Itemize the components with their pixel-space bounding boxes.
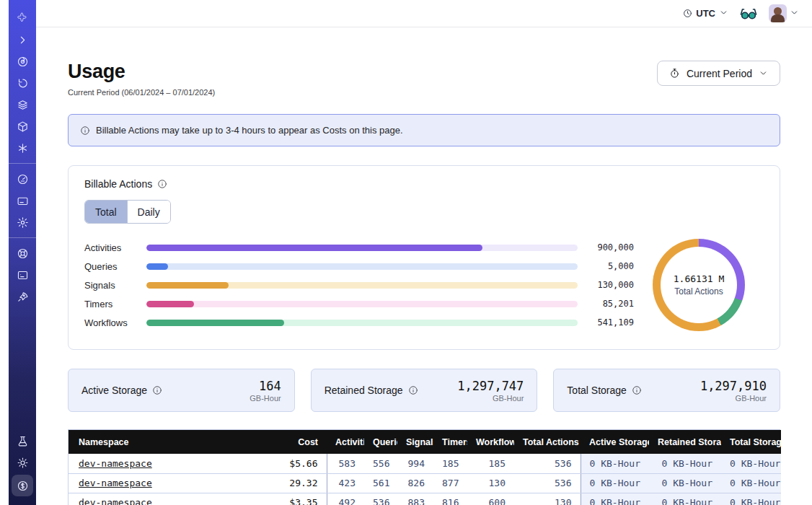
info-icon[interactable]: [157, 179, 167, 189]
tab-daily[interactable]: Daily: [127, 201, 170, 223]
pricing-coin-icon[interactable]: [12, 475, 33, 496]
col-cost: Cost: [242, 430, 327, 454]
main-content: Usage Current Period (06/01/2024 – 07/01…: [36, 27, 812, 505]
bar-fill: [146, 245, 482, 251]
temporal-logo[interactable]: [13, 9, 32, 27]
billable-actions-chart: Activities 900,000 Queries 5,000 Signals…: [84, 238, 764, 332]
billable-actions-title: Billable Actions: [84, 178, 152, 190]
cube-icon[interactable]: [13, 117, 32, 136]
storage-card-unit: GB-Hour: [457, 394, 524, 403]
billing-card-icon[interactable]: [13, 191, 32, 210]
total-actions-label: Total Actions: [674, 286, 723, 297]
bar-row-timers: Timers 85,201: [84, 294, 634, 313]
bar-fill: [146, 301, 194, 307]
retained-storage-cell: 0 KB-Hour: [649, 454, 721, 473]
timezone-selector[interactable]: UTC: [683, 8, 728, 19]
col-queries: Queries: [364, 430, 397, 454]
history-icon[interactable]: [13, 74, 32, 92]
active-storage-card: Active Storage 164 GB-Hour: [68, 369, 295, 412]
retained-storage-cell: 0 KB-Hour: [649, 473, 721, 493]
col-signals: Signals: [397, 430, 433, 454]
namespace-usage-table: Namespace Cost Activities Queries Signal…: [68, 429, 780, 505]
labs-flask-icon[interactable]: [13, 431, 32, 450]
period-selector-button[interactable]: Current Period: [657, 61, 780, 86]
namespace-link[interactable]: dev-namespace: [79, 458, 152, 469]
storage-card-value: 1,297,747: [457, 379, 524, 393]
total-storage-cell: 0 KB-Hour: [721, 493, 781, 505]
bar-row-activities: Activities 900,000: [84, 238, 634, 257]
info-icon[interactable]: [152, 385, 162, 395]
col-workflows: Workflows: [467, 430, 514, 454]
namespaces-eye-icon[interactable]: [13, 52, 32, 71]
table-header-row: Namespace Cost Activities Queries Signal…: [69, 430, 781, 454]
stopwatch-icon: [669, 68, 680, 79]
table-row: dev-namespace $3.35 492 536 883 816 600 …: [69, 493, 781, 505]
storage-summary-row: Active Storage 164 GB-Hour Retained Stor…: [68, 369, 780, 412]
bar-value: 85,201: [588, 299, 634, 309]
bar-value: 900,000: [588, 242, 634, 252]
total-storage-card: Total Storage 1,297,910 GB-Hour: [553, 369, 780, 412]
bar-track: [146, 282, 578, 289]
avatar: [769, 4, 787, 22]
col-retained-storage: Retained Storage: [649, 430, 721, 454]
feedback-screen-icon[interactable]: [13, 265, 32, 284]
namespace-link[interactable]: dev-namespace: [79, 497, 152, 505]
sidebar: [9, 0, 36, 505]
info-banner-text: Billable Actions may take up to 3-4 hour…: [96, 125, 403, 136]
total-storage-cell: 0 KB-Hour: [721, 473, 781, 493]
tab-total[interactable]: Total: [85, 201, 127, 223]
timers-cell: 185: [433, 454, 467, 473]
chevron-down-icon: [759, 69, 768, 78]
getting-started-rocket-icon[interactable]: [13, 287, 32, 306]
storage-card-value: 1,297,910: [700, 379, 767, 393]
storage-card-label: Total Storage: [567, 385, 627, 396]
chevron-right-icon[interactable]: [13, 30, 32, 49]
bar-label: Signals: [84, 280, 146, 291]
total-actions-value: 1.66131 M: [674, 273, 724, 284]
retained-storage-card: Retained Storage 1,297,747 GB-Hour: [311, 369, 538, 412]
info-icon[interactable]: [408, 385, 418, 395]
bar-value: 130,000: [588, 280, 634, 290]
usage-gauge-icon[interactable]: [13, 170, 32, 188]
col-namespace: Namespace: [69, 430, 242, 454]
chevron-down-icon: [719, 8, 728, 19]
bar-fill: [146, 282, 229, 289]
bar-value: 5,000: [588, 261, 634, 271]
glasses-icon[interactable]: [740, 7, 757, 20]
storage-card-value: 164: [250, 379, 281, 393]
total-storage-cell: 0 KB-Hour: [721, 454, 781, 473]
bar-fill: [146, 320, 284, 326]
support-lifebuoy-icon[interactable]: [13, 244, 32, 263]
storage-card-unit: GB-Hour: [250, 394, 281, 403]
timezone-label: UTC: [696, 8, 715, 19]
bar-track: [146, 245, 578, 251]
storage-card-label: Retained Storage: [325, 385, 403, 396]
namespace-link[interactable]: dev-namespace: [79, 478, 152, 488]
col-activities: Activities: [327, 430, 364, 454]
storage-card-unit: GB-Hour: [700, 394, 767, 403]
bar-track: [146, 263, 578, 270]
workflows-cell: 185: [467, 454, 514, 473]
queries-cell: 556: [364, 454, 397, 473]
nexus-asterisk-icon[interactable]: [13, 139, 32, 157]
workflows-cell: 600: [467, 493, 514, 505]
theme-sun-icon[interactable]: [13, 453, 32, 472]
layers-icon[interactable]: [13, 95, 32, 114]
bar-label: Timers: [84, 299, 146, 309]
info-icon: [80, 126, 90, 136]
total-actions-cell: 536: [514, 473, 581, 493]
sidebar-divider: [9, 237, 36, 238]
user-menu[interactable]: [769, 4, 799, 22]
active-storage-cell: 0 KB-Hour: [581, 473, 649, 493]
bar-value: 541,109: [588, 317, 634, 328]
cost-cell: 29.32: [242, 473, 327, 493]
clock-icon: [683, 9, 692, 18]
info-icon[interactable]: [632, 385, 642, 395]
bar-fill: [146, 263, 168, 270]
timers-cell: 816: [433, 493, 467, 505]
bar-label: Queries: [84, 261, 146, 272]
activities-cell: 583: [327, 454, 364, 473]
settings-gear-icon[interactable]: [13, 213, 32, 232]
retained-storage-cell: 0 KB-Hour: [649, 493, 721, 505]
chevron-down-icon: [790, 7, 799, 20]
